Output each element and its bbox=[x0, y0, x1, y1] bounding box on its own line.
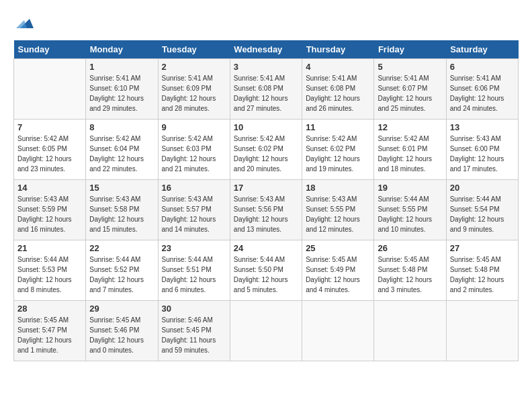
day-info: Sunrise: 5:42 AM Sunset: 6:05 PM Dayligh… bbox=[17, 134, 82, 174]
day-number: 8 bbox=[89, 122, 154, 132]
day-cell: 25Sunrise: 5:45 AM Sunset: 5:49 PM Dayli… bbox=[302, 240, 374, 301]
day-info: Sunrise: 5:42 AM Sunset: 6:02 PM Dayligh… bbox=[234, 134, 298, 174]
day-info: Sunrise: 5:43 AM Sunset: 5:57 PM Dayligh… bbox=[162, 194, 226, 234]
day-cell: 16Sunrise: 5:43 AM Sunset: 5:57 PM Dayli… bbox=[158, 180, 230, 240]
day-info: Sunrise: 5:41 AM Sunset: 6:06 PM Dayligh… bbox=[450, 73, 515, 113]
day-info: Sunrise: 5:44 AM Sunset: 5:53 PM Dayligh… bbox=[17, 255, 82, 295]
day-cell: 29Sunrise: 5:45 AM Sunset: 5:46 PM Dayli… bbox=[86, 301, 158, 361]
week-row-2: 7Sunrise: 5:42 AM Sunset: 6:05 PM Daylig… bbox=[14, 120, 519, 180]
day-cell: 2Sunrise: 5:41 AM Sunset: 6:09 PM Daylig… bbox=[158, 59, 230, 120]
day-number: 18 bbox=[306, 183, 370, 193]
day-number: 14 bbox=[17, 183, 82, 193]
day-cell: 15Sunrise: 5:43 AM Sunset: 5:58 PM Dayli… bbox=[86, 180, 158, 240]
day-number: 27 bbox=[450, 243, 515, 253]
day-cell: 19Sunrise: 5:44 AM Sunset: 5:55 PM Dayli… bbox=[374, 180, 446, 240]
day-cell: 24Sunrise: 5:44 AM Sunset: 5:50 PM Dayli… bbox=[230, 240, 302, 301]
day-info: Sunrise: 5:43 AM Sunset: 6:00 PM Dayligh… bbox=[450, 134, 515, 174]
weekday-header-tuesday: Tuesday bbox=[158, 40, 230, 59]
day-number: 25 bbox=[306, 243, 370, 253]
day-info: Sunrise: 5:41 AM Sunset: 6:08 PM Dayligh… bbox=[234, 73, 298, 113]
day-number: 13 bbox=[450, 122, 515, 132]
week-row-3: 14Sunrise: 5:43 AM Sunset: 5:59 PM Dayli… bbox=[14, 180, 519, 240]
day-cell bbox=[14, 59, 86, 120]
day-cell: 17Sunrise: 5:43 AM Sunset: 5:56 PM Dayli… bbox=[230, 180, 302, 240]
day-info: Sunrise: 5:43 AM Sunset: 5:55 PM Dayligh… bbox=[306, 194, 370, 234]
day-cell: 11Sunrise: 5:42 AM Sunset: 6:02 PM Dayli… bbox=[302, 120, 374, 180]
day-info: Sunrise: 5:44 AM Sunset: 5:55 PM Dayligh… bbox=[378, 194, 442, 234]
day-info: Sunrise: 5:41 AM Sunset: 6:09 PM Dayligh… bbox=[162, 73, 226, 113]
day-cell: 9Sunrise: 5:42 AM Sunset: 6:03 PM Daylig… bbox=[158, 120, 230, 180]
calendar-body: 1Sunrise: 5:41 AM Sunset: 6:10 PM Daylig… bbox=[14, 59, 519, 361]
day-cell: 22Sunrise: 5:44 AM Sunset: 5:52 PM Dayli… bbox=[86, 240, 158, 301]
week-row-1: 1Sunrise: 5:41 AM Sunset: 6:10 PM Daylig… bbox=[14, 59, 519, 120]
day-info: Sunrise: 5:45 AM Sunset: 5:49 PM Dayligh… bbox=[306, 255, 370, 295]
weekday-header-friday: Friday bbox=[374, 40, 446, 59]
calendar-table: SundayMondayTuesdayWednesdayThursdayFrid… bbox=[13, 40, 519, 361]
day-cell: 12Sunrise: 5:42 AM Sunset: 6:01 PM Dayli… bbox=[374, 120, 446, 180]
day-cell: 18Sunrise: 5:43 AM Sunset: 5:55 PM Dayli… bbox=[302, 180, 374, 240]
day-number: 29 bbox=[89, 304, 154, 314]
day-number: 10 bbox=[234, 122, 298, 132]
day-info: Sunrise: 5:44 AM Sunset: 5:54 PM Dayligh… bbox=[450, 194, 515, 234]
day-cell: 27Sunrise: 5:45 AM Sunset: 5:48 PM Dayli… bbox=[446, 240, 518, 301]
day-cell bbox=[374, 301, 446, 361]
day-number: 4 bbox=[306, 62, 370, 72]
calendar-header: SundayMondayTuesdayWednesdayThursdayFrid… bbox=[14, 40, 519, 59]
day-cell bbox=[302, 301, 374, 361]
day-cell: 10Sunrise: 5:42 AM Sunset: 6:02 PM Dayli… bbox=[230, 120, 302, 180]
day-number: 6 bbox=[450, 62, 515, 72]
day-cell: 28Sunrise: 5:45 AM Sunset: 5:47 PM Dayli… bbox=[14, 301, 86, 361]
day-number: 5 bbox=[378, 62, 442, 72]
day-number: 1 bbox=[89, 62, 154, 72]
day-info: Sunrise: 5:45 AM Sunset: 5:48 PM Dayligh… bbox=[378, 255, 442, 295]
day-cell: 20Sunrise: 5:44 AM Sunset: 5:54 PM Dayli… bbox=[446, 180, 518, 240]
day-number: 30 bbox=[162, 304, 226, 314]
day-number: 23 bbox=[162, 243, 226, 253]
day-number: 16 bbox=[162, 183, 226, 193]
weekday-header-wednesday: Wednesday bbox=[230, 40, 302, 59]
day-number: 24 bbox=[234, 243, 298, 253]
day-number: 9 bbox=[162, 122, 226, 132]
day-info: Sunrise: 5:42 AM Sunset: 6:04 PM Dayligh… bbox=[89, 134, 154, 174]
day-number: 7 bbox=[17, 122, 82, 132]
weekday-header-monday: Monday bbox=[86, 40, 158, 59]
day-cell: 4Sunrise: 5:41 AM Sunset: 6:08 PM Daylig… bbox=[302, 59, 374, 120]
day-number: 2 bbox=[162, 62, 226, 72]
day-cell: 26Sunrise: 5:45 AM Sunset: 5:48 PM Dayli… bbox=[374, 240, 446, 301]
week-row-4: 21Sunrise: 5:44 AM Sunset: 5:53 PM Dayli… bbox=[14, 240, 519, 301]
week-row-5: 28Sunrise: 5:45 AM Sunset: 5:47 PM Dayli… bbox=[14, 301, 519, 361]
day-cell: 6Sunrise: 5:41 AM Sunset: 6:06 PM Daylig… bbox=[446, 59, 518, 120]
day-cell: 5Sunrise: 5:41 AM Sunset: 6:07 PM Daylig… bbox=[374, 59, 446, 120]
day-info: Sunrise: 5:44 AM Sunset: 5:52 PM Dayligh… bbox=[89, 255, 154, 295]
day-cell: 3Sunrise: 5:41 AM Sunset: 6:08 PM Daylig… bbox=[230, 59, 302, 120]
day-info: Sunrise: 5:45 AM Sunset: 5:47 PM Dayligh… bbox=[17, 315, 82, 355]
day-info: Sunrise: 5:42 AM Sunset: 6:03 PM Dayligh… bbox=[162, 134, 226, 174]
day-number: 12 bbox=[378, 122, 442, 132]
logo bbox=[13, 13, 35, 34]
svg-marker-1 bbox=[16, 20, 27, 28]
weekday-header-sunday: Sunday bbox=[14, 40, 86, 59]
day-number: 20 bbox=[450, 183, 515, 193]
day-cell: 23Sunrise: 5:44 AM Sunset: 5:51 PM Dayli… bbox=[158, 240, 230, 301]
day-info: Sunrise: 5:46 AM Sunset: 5:45 PM Dayligh… bbox=[162, 315, 226, 355]
page-header bbox=[13, 13, 519, 34]
day-info: Sunrise: 5:42 AM Sunset: 6:02 PM Dayligh… bbox=[306, 134, 370, 174]
day-info: Sunrise: 5:42 AM Sunset: 6:01 PM Dayligh… bbox=[378, 134, 442, 174]
day-cell: 30Sunrise: 5:46 AM Sunset: 5:45 PM Dayli… bbox=[158, 301, 230, 361]
day-cell bbox=[446, 301, 518, 361]
day-info: Sunrise: 5:44 AM Sunset: 5:50 PM Dayligh… bbox=[234, 255, 298, 295]
day-number: 11 bbox=[306, 122, 370, 132]
day-info: Sunrise: 5:41 AM Sunset: 6:10 PM Dayligh… bbox=[89, 73, 154, 113]
day-info: Sunrise: 5:45 AM Sunset: 5:46 PM Dayligh… bbox=[89, 315, 154, 355]
day-number: 3 bbox=[234, 62, 298, 72]
day-info: Sunrise: 5:43 AM Sunset: 5:58 PM Dayligh… bbox=[89, 194, 154, 234]
day-number: 26 bbox=[378, 243, 442, 253]
day-cell: 21Sunrise: 5:44 AM Sunset: 5:53 PM Dayli… bbox=[14, 240, 86, 301]
day-number: 21 bbox=[17, 243, 82, 253]
day-number: 17 bbox=[234, 183, 298, 193]
day-cell: 8Sunrise: 5:42 AM Sunset: 6:04 PM Daylig… bbox=[86, 120, 158, 180]
day-cell: 13Sunrise: 5:43 AM Sunset: 6:00 PM Dayli… bbox=[446, 120, 518, 180]
day-number: 28 bbox=[17, 304, 82, 314]
day-number: 15 bbox=[89, 183, 154, 193]
day-cell: 7Sunrise: 5:42 AM Sunset: 6:05 PM Daylig… bbox=[14, 120, 86, 180]
